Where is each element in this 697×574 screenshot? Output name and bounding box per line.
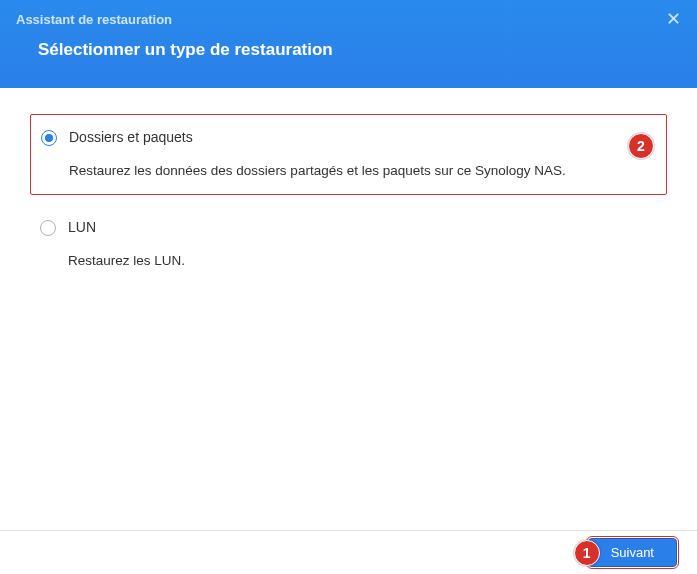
option-folders-desc: Restaurez les données des dossiers parta… xyxy=(69,163,646,178)
step-title: Sélectionner un type de restauration xyxy=(0,28,697,60)
radio-folders-packages[interactable] xyxy=(41,130,57,146)
option-folders-title: Dossiers et paquets xyxy=(69,129,646,145)
option-lun[interactable]: LUN Restaurez les LUN. xyxy=(30,205,667,284)
radio-lun[interactable] xyxy=(40,220,56,236)
option-folders-packages[interactable]: Dossiers et paquets Restaurez les donnée… xyxy=(30,114,667,195)
options-panel: Dossiers et paquets Restaurez les donnée… xyxy=(0,88,697,304)
wizard-header: Assistant de restauration ✕ Sélectionner… xyxy=(0,0,697,88)
close-icon[interactable]: ✕ xyxy=(666,10,681,28)
option-lun-title: LUN xyxy=(68,219,647,235)
next-button[interactable]: Suivant xyxy=(588,538,677,567)
annotation-badge-1: 1 xyxy=(574,540,600,566)
wizard-footer: 1 Suivant xyxy=(0,530,697,574)
wizard-title: Assistant de restauration xyxy=(16,12,172,27)
option-lun-desc: Restaurez les LUN. xyxy=(68,253,647,268)
annotation-badge-2: 2 xyxy=(628,133,654,159)
